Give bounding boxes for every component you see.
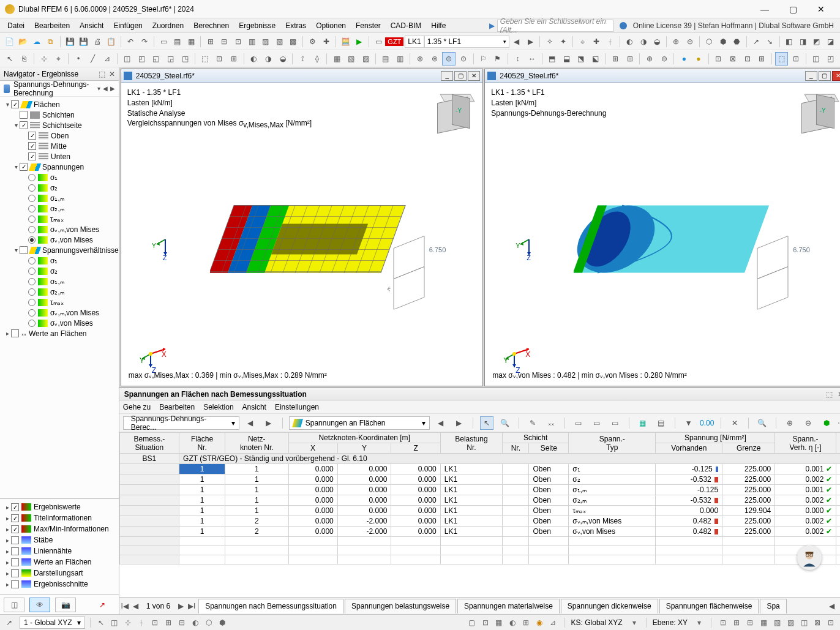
sb-r6-icon[interactable]: ◉ <box>534 617 545 628</box>
tb2-ab-icon[interactable]: ⚐ <box>477 52 490 66</box>
radio-spannung-2[interactable] <box>28 195 36 202</box>
extra-label-6[interactable]: Darstellungsart <box>34 569 83 577</box>
rp-more-icon[interactable]: ⋯ <box>838 419 840 427</box>
tb2-j-icon[interactable]: ◳ <box>178 52 192 66</box>
tb2-ah-icon[interactable]: ⬔ <box>574 52 588 66</box>
sb-r7-icon[interactable]: ⊿ <box>547 617 558 628</box>
rp-tab-2[interactable]: Spannungen materialweise <box>457 599 560 613</box>
menu-zuordnen[interactable]: Zuordnen <box>148 20 189 31</box>
nav-tab-camera[interactable]: 📷 <box>55 598 76 612</box>
cb-unten[interactable] <box>28 152 36 160</box>
radio-sv-6[interactable] <box>28 320 36 327</box>
tb-cloud-icon[interactable]: ☁ <box>31 35 43 48</box>
radio-sv-3[interactable] <box>28 288 36 296</box>
rp-tb-6-icon[interactable]: ▭ <box>609 416 622 430</box>
tb2-ag-icon[interactable]: ⬓ <box>560 52 573 66</box>
node-mitte[interactable]: Mitte <box>51 142 67 151</box>
orientation-cube-1[interactable]: -Y <box>795 88 839 132</box>
radio-spannung-3[interactable] <box>28 205 36 212</box>
cb-extra-1[interactable] <box>11 514 19 522</box>
sb-end6-icon[interactable]: ▨ <box>785 617 796 628</box>
sb-icon-2[interactable]: ◫ <box>109 617 120 628</box>
tb-calc-icon[interactable]: 🧮 <box>339 35 352 48</box>
tb2-ao-icon[interactable]: ● <box>692 52 705 66</box>
nav-next-icon[interactable]: ▶ <box>524 35 537 48</box>
menu-extras[interactable]: Extras <box>280 20 311 31</box>
rp-tab-0[interactable]: Spannungen nach Bemessungssituation <box>198 599 343 613</box>
cb-extra-2[interactable] <box>11 525 19 533</box>
tb2-p-icon[interactable]: ◒ <box>276 52 290 66</box>
nav-tab-graph[interactable]: ↗ <box>92 598 113 612</box>
rp-menu-gehezu[interactable]: Gehe zu <box>123 403 151 411</box>
tb2-node-icon[interactable]: • <box>72 52 85 66</box>
menu-cad-bim[interactable]: CAD-BIM <box>386 20 427 31</box>
sb-icon-1[interactable]: ↖ <box>96 617 107 628</box>
vp-close-1[interactable]: ✕ <box>832 71 840 81</box>
tb2-q-icon[interactable]: ⟟ <box>296 52 309 66</box>
sb-end3-icon[interactable]: ⊟ <box>744 617 756 628</box>
tb2-w-icon[interactable]: ▥ <box>394 52 407 66</box>
node-spannungen[interactable]: Spannungen <box>42 163 84 171</box>
tb2-an-icon[interactable]: ● <box>677 52 691 66</box>
tb2-ar-icon[interactable]: ⊡ <box>741 52 754 66</box>
radio-sv-0[interactable] <box>28 257 36 264</box>
node-sv-6[interactable]: σᵥ,von Mises <box>50 319 93 328</box>
tb2-ae-icon[interactable]: ↔ <box>525 52 539 66</box>
node-oben[interactable]: Oben <box>51 132 69 140</box>
close-button[interactable]: ✕ <box>807 0 835 18</box>
sb-r5-icon[interactable]: ⊞ <box>520 617 531 628</box>
chevron-down-icon[interactable]: ▾ <box>97 85 100 92</box>
nav-close-icon[interactable]: ✕ <box>109 70 115 78</box>
menu-optionen[interactable]: Optionen <box>311 20 351 31</box>
tb2-m-icon[interactable]: ⊞ <box>227 52 241 66</box>
cb-extra-7[interactable] <box>11 580 19 588</box>
radio-spannung-4[interactable] <box>28 216 36 223</box>
sb-icon-4[interactable]: ⟊ <box>136 617 147 628</box>
rp-nav-prev-icon[interactable]: ◀ <box>244 416 257 430</box>
radio-sv-1[interactable] <box>28 268 36 275</box>
sb-cs-dropdown[interactable]: 1 - Global XYZ▾ <box>20 617 85 629</box>
cb-schichten[interactable] <box>20 111 28 119</box>
tb2-z-icon[interactable]: ⊝ <box>442 52 456 66</box>
node-flaechen[interactable]: Flächen <box>34 100 60 109</box>
radio-spannung-0[interactable] <box>28 174 36 181</box>
orientation-cube-0[interactable]: -Y <box>431 88 475 132</box>
rp-tb-3-icon[interactable]: ₓₓ <box>544 416 558 430</box>
sb-icon-8[interactable]: ◐ <box>190 617 201 628</box>
load-desc-dropdown[interactable]: 1.35 * LF1▾ <box>424 36 510 48</box>
rp-menu-einstellungen[interactable]: Einstellungen <box>275 403 319 411</box>
menu-einfuegen[interactable]: Einfügen <box>108 20 147 31</box>
tb2-au-icon[interactable]: ⊡ <box>789 52 803 66</box>
viewport-1[interactable]: 240529_Steel.rf6* _ ▢ ✕ LK1 - 1.35 * LF1… <box>484 69 840 386</box>
node-sv-4[interactable]: τₘₐₓ <box>50 298 64 307</box>
tb-b3-icon[interactable]: ⊡ <box>231 35 244 48</box>
results-table[interactable]: Bemess.- Situation Fläche Nr. Netz- knot… <box>119 432 840 564</box>
node-spannung-1[interactable]: σ₂ <box>50 184 58 192</box>
rp-page-prev-icon[interactable]: ◀ <box>130 602 141 610</box>
node-spannung-3[interactable]: σ₂,ₘ <box>50 204 64 213</box>
table-row[interactable]: 1 2 0.000-2.0000.000 LK1Oben σᵥ,von Mise… <box>119 527 840 537</box>
tb-save-icon[interactable]: 💾 <box>64 35 77 48</box>
tb-b4-icon[interactable]: ▥ <box>246 35 258 48</box>
tb-b5-icon[interactable]: ▨ <box>259 35 272 48</box>
tb2-aq-icon[interactable]: ⊠ <box>726 52 740 66</box>
tb-b1-icon[interactable]: ⊞ <box>204 35 217 48</box>
rp-tabs-scroll-right-icon[interactable]: ▶ <box>838 602 840 610</box>
sb-icon-6[interactable]: ⊞ <box>163 617 174 628</box>
tb-j4-icon[interactable]: ◪ <box>824 35 837 48</box>
tb2-s-icon[interactable]: ▦ <box>330 52 343 66</box>
vp-max-1[interactable]: ▢ <box>819 71 831 81</box>
viewport-0[interactable]: 240529_Steel.rf6* _ ▢ ✕ LK1 - 1.35 * LF1… <box>121 69 484 386</box>
cb-spannungsverh[interactable] <box>20 246 28 254</box>
tb-redo-icon[interactable]: ↷ <box>138 35 151 48</box>
cb-werte[interactable] <box>11 329 19 337</box>
tb2-am-icon[interactable]: ⊖ <box>658 52 671 66</box>
sb-r3-icon[interactable]: ▦ <box>493 617 504 628</box>
sb-icon-5[interactable]: ⊡ <box>149 617 160 628</box>
tb-j2-icon[interactable]: ◨ <box>797 35 809 48</box>
result-plot-0[interactable] <box>210 187 430 312</box>
node-spannung-6[interactable]: σᵥ,von Mises <box>50 236 93 244</box>
sb-end4-icon[interactable]: ▦ <box>758 617 769 628</box>
cb-extra-3[interactable] <box>11 536 19 544</box>
tb2-i-icon[interactable]: ◲ <box>164 52 178 66</box>
